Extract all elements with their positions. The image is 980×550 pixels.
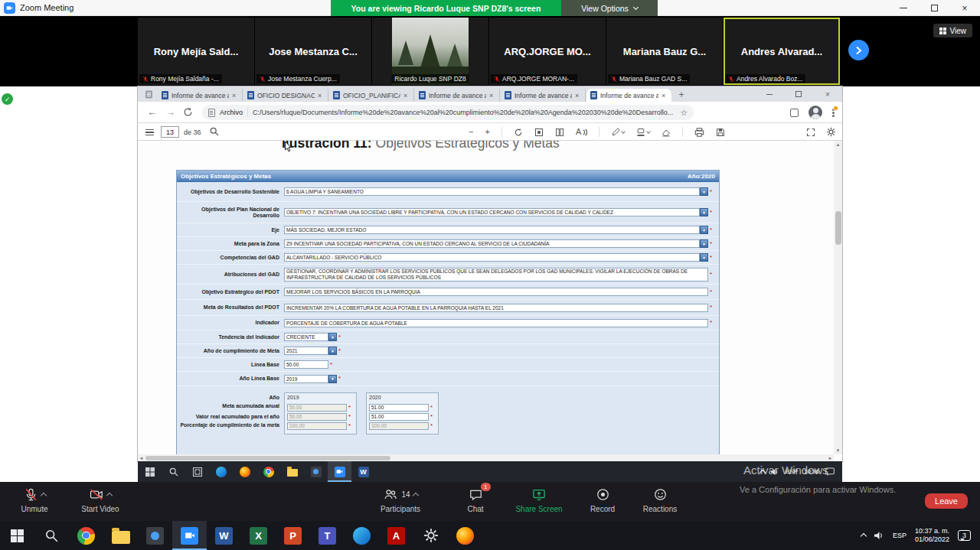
leave-meeting-button[interactable]: Leave <box>925 493 968 509</box>
participant-tile-sharing[interactable]: Ricardo Luque SNP DZ8 <box>372 18 488 85</box>
refresh-button[interactable] <box>183 107 193 117</box>
tab-close-icon[interactable]: × <box>403 92 410 99</box>
browser-tab[interactable]: OFICIO_PLANIFICA_E × <box>329 89 414 102</box>
taskbar-chrome[interactable] <box>69 521 103 550</box>
taskbar-teams[interactable]: T <box>310 521 345 550</box>
dropdown-button[interactable]: ▼ <box>328 347 337 355</box>
tab-close-icon[interactable]: × <box>662 92 668 99</box>
participant-tile[interactable]: Mariana Bauz G... Mariana Bauz GAD S... <box>606 18 723 85</box>
action-center-icon[interactable]: 3 <box>958 530 971 541</box>
taskbar-excel[interactable]: X <box>241 521 276 550</box>
linea-base-field[interactable]: 50.00 <box>284 360 328 369</box>
tab-close-icon[interactable]: × <box>232 92 238 99</box>
view-layout-button[interactable]: View <box>933 24 973 37</box>
shared-edge-icon[interactable] <box>209 461 233 482</box>
porcentaje-2019-field[interactable]: 100.00 <box>287 422 347 430</box>
video-options-chevron[interactable] <box>106 492 113 498</box>
browser-close-button[interactable]: × <box>813 86 842 102</box>
taskbar-photos[interactable] <box>138 521 172 550</box>
browser-maximize-button[interactable] <box>784 86 813 102</box>
participant-tile[interactable]: ARQ.JORGE MO... ARQ.JORGE MORAN-... <box>489 18 606 85</box>
anio-cumplimiento-field[interactable]: 2021 <box>284 347 328 355</box>
taskbar-edge[interactable] <box>345 521 379 550</box>
taskbar-file-explorer[interactable] <box>103 521 138 550</box>
scroll-down-arrow[interactable]: ▼ <box>834 447 842 454</box>
back-button[interactable]: ← <box>147 106 157 118</box>
scrollbar-thumb[interactable] <box>835 211 841 245</box>
browser-minimize-button[interactable] <box>755 86 784 102</box>
browser-tab-active[interactable]: Informe de avance al × <box>586 89 671 102</box>
pinned-tab[interactable] <box>142 89 155 99</box>
reactions-button[interactable]: Reactions <box>637 487 683 513</box>
search-button[interactable] <box>34 521 69 550</box>
taskbar-acrobat[interactable]: A <box>379 521 413 550</box>
objetivo-estrategico-field[interactable]: MEJORAR LOS SERVICIOS BÁSICOS EN LA PARR… <box>284 288 708 296</box>
meta-acumulada-2019-field[interactable]: 50.00 <box>287 404 347 412</box>
page-view-button[interactable] <box>555 128 564 137</box>
scroll-up-arrow[interactable]: ▲ <box>834 141 842 148</box>
page-number-input[interactable]: 13 <box>161 126 179 138</box>
new-tab-button[interactable]: + <box>676 89 687 100</box>
shared-file-explorer-icon[interactable] <box>280 461 304 482</box>
dropdown-button[interactable]: ▼ <box>700 208 708 216</box>
settings-gear-icon[interactable] <box>826 127 836 137</box>
indicador-field[interactable]: PORCENTAJE DE COBERTURA DE AGUA POTABLE <box>284 319 708 327</box>
profile-avatar[interactable] <box>808 106 822 119</box>
browser-tab[interactable]: Informe de avance al × <box>415 89 500 102</box>
browser-tab[interactable]: OFICIO DESIGNACIÓ × <box>243 89 328 102</box>
mic-options-chevron[interactable] <box>40 492 46 498</box>
search-icon[interactable] <box>210 127 219 136</box>
save-button[interactable] <box>716 128 725 137</box>
shared-photos-icon[interactable] <box>304 461 328 482</box>
anio-linea-base-field[interactable]: 2019 <box>284 375 328 383</box>
rotate-button[interactable] <box>514 128 523 137</box>
participants-button[interactable]: 14 Participants <box>373 487 428 513</box>
shared-chrome-icon[interactable] <box>256 461 280 482</box>
dropdown-button[interactable]: ▼ <box>700 187 708 196</box>
eje-field[interactable]: MÁS SOCIEDAD, MEJOR ESTADO <box>284 226 700 234</box>
dropdown-button[interactable]: ▼ <box>700 253 708 262</box>
start-video-button[interactable]: Start Video <box>74 487 127 513</box>
shared-start-button[interactable] <box>138 461 162 482</box>
scroll-left-arrow[interactable]: ◄ <box>138 454 145 461</box>
erase-button[interactable] <box>662 128 671 137</box>
start-button[interactable] <box>0 521 34 550</box>
participants-options-chevron[interactable] <box>412 492 418 498</box>
meta-resultados-field[interactable]: INCREMENTAR 20% LA COBERTURA DE AGUA POT… <box>284 304 708 312</box>
zoom-in-button[interactable]: + <box>485 128 489 136</box>
chat-button[interactable]: 1 Chat <box>457 487 494 513</box>
zoom-out-button[interactable]: − <box>469 128 473 136</box>
participant-tile[interactable]: Rony Mejía Sald... Rony Mejía Saldaña -.… <box>138 18 254 85</box>
taskbar-powerpoint[interactable]: P <box>276 521 310 550</box>
chevron-up-icon[interactable] <box>861 533 867 539</box>
browser-tab[interactable]: Informe de avance al × <box>501 89 586 102</box>
taskbar-clock[interactable]: 10:37 a. m. 01/06/2022 <box>915 527 949 544</box>
tab-close-icon[interactable]: × <box>575 92 581 99</box>
dropdown-button[interactable]: ▼ <box>328 333 337 341</box>
scrollbar-thumb[interactable] <box>145 456 390 461</box>
fit-page-button[interactable] <box>534 128 544 137</box>
contents-panel-icon[interactable] <box>145 129 154 135</box>
tab-close-icon[interactable]: × <box>318 92 324 99</box>
valor-real-2019-field[interactable]: 50.00 <box>287 413 347 421</box>
shared-word-icon[interactable]: W <box>351 461 375 482</box>
participant-tile-active-speaker[interactable]: Andres Alvarad... Andres Alvarado Boz... <box>724 18 840 85</box>
horizontal-scrollbar[interactable]: ◄ ► <box>138 454 834 461</box>
browser-tab[interactable]: Informe de avance al × <box>158 89 243 102</box>
highlight-button[interactable] <box>636 128 650 137</box>
taskbar-firefox[interactable] <box>448 521 482 550</box>
url-field[interactable]: Archivo C:/Users/rluque/Documents/Inform… <box>202 105 694 120</box>
view-options-button[interactable]: View Options <box>561 0 658 16</box>
competencias-field[interactable]: ALCANTARILLADO - SERVICIO PÚBLICO <box>284 253 700 262</box>
minimize-button[interactable] <box>888 0 919 16</box>
record-button[interactable]: Record <box>583 487 622 513</box>
expand-button[interactable] <box>806 128 815 137</box>
dropdown-button[interactable]: ▼ <box>700 226 708 234</box>
porcentaje-2020-field[interactable]: 100.00 <box>369 422 429 430</box>
document-page[interactable]: Ilustración 11: Objetivos Estratégicos y… <box>138 141 842 461</box>
vertical-scrollbar[interactable]: ▲ ▼ <box>834 141 842 454</box>
draw-button[interactable] <box>611 128 625 137</box>
maximize-button[interactable] <box>919 0 949 16</box>
shared-search-button[interactable] <box>162 461 185 482</box>
close-button[interactable]: × <box>949 0 980 16</box>
